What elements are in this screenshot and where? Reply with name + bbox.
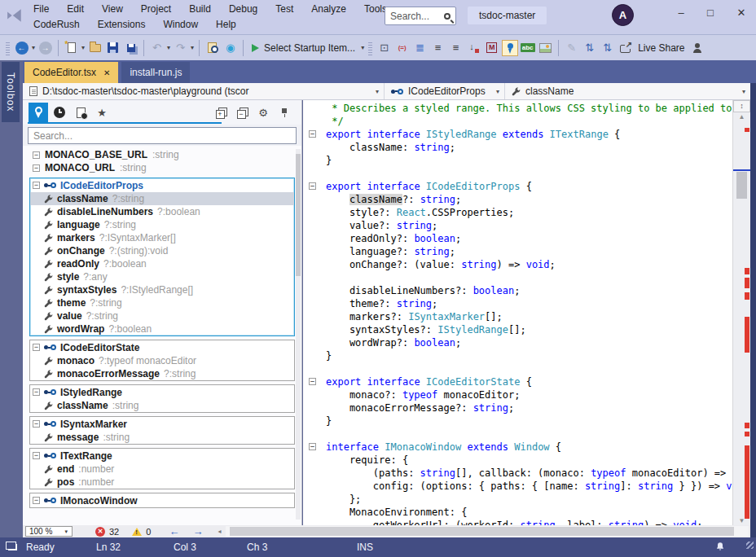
member-row-message[interactable]: message:string <box>30 431 294 444</box>
member-row-className[interactable]: className:string <box>30 399 294 412</box>
collapse-icon[interactable]: − <box>33 182 40 189</box>
find-in-files-icon[interactable] <box>204 38 221 58</box>
warning-count-icon[interactable] <box>132 528 142 536</box>
split-window-handle[interactable]: ↕ <box>733 100 750 112</box>
symbol-tree[interactable]: −MONACO_BASE_URL:string−MONACO_URL:strin… <box>23 146 301 526</box>
collapse-icon[interactable]: − <box>33 151 40 159</box>
member-row-readOnly[interactable]: readOnly?:boolean <box>30 257 294 270</box>
menu-item-coderush[interactable]: CodeRush <box>24 17 89 32</box>
menu-item-build[interactable]: Build <box>180 2 220 16</box>
minimize-button[interactable]: – <box>666 0 696 24</box>
fold-collapse-icon[interactable]: − <box>309 130 316 138</box>
interface-header-ICodeEditorProps[interactable]: −ICodeEditorProps <box>30 178 294 192</box>
redo-caret[interactable]: ▾ <box>191 44 194 51</box>
tab-CodeEditor.tsx[interactable]: CodeEditor.tsx✕ <box>24 62 118 83</box>
member-row-wordWrap[interactable]: wordWrap?:boolean <box>30 322 294 336</box>
new-file-caret[interactable]: ▾ <box>81 44 85 51</box>
editor-vertical-scrollbar[interactable]: ↕ ▲ ▼ <box>732 100 750 526</box>
zoom-level-dropdown[interactable]: 100 % ▾ <box>25 526 73 537</box>
live-share-icon[interactable] <box>617 38 634 58</box>
new-file-icon[interactable] <box>63 38 80 58</box>
collapse-icon[interactable]: − <box>33 420 40 428</box>
horizontal-scrollbar-track[interactable] <box>226 526 749 537</box>
interface-header-IMonacoWindow[interactable]: −IMonacoWindow <box>30 493 294 507</box>
navigate-forward-icon[interactable]: → <box>37 38 54 58</box>
toolbox-tab[interactable]: Toolbox <box>2 62 20 122</box>
interface-header-IStyledRange[interactable]: −IStyledRange <box>30 385 294 399</box>
close-button[interactable]: ✕ <box>727 0 756 24</box>
markdown-icon[interactable]: M <box>483 38 500 58</box>
navigate-back-caret[interactable]: ▾ <box>32 44 35 51</box>
menu-item-extensions[interactable]: Extensions <box>89 17 155 32</box>
startup-caret[interactable]: ▾ <box>361 44 364 51</box>
tab-install-run.js[interactable]: install-run.js <box>121 62 190 83</box>
tree-scrollbar[interactable] <box>296 149 301 520</box>
editor-horizontal-scrollbar[interactable]: ◂ <box>218 526 749 537</box>
menu-item-window[interactable]: Window <box>154 17 207 32</box>
save-all-icon[interactable] <box>122 38 139 58</box>
member-row-end[interactable]: end:number <box>30 463 294 476</box>
code-places-search-input[interactable]: Search... <box>28 127 297 144</box>
fold-collapse-icon[interactable]: − <box>309 182 316 190</box>
member-row-onChange[interactable]: onChange?:(string):void <box>30 244 294 257</box>
global-row-MONACO_URL[interactable]: −MONACO_URL:string <box>23 161 301 174</box>
tree-scrollbar-thumb[interactable] <box>296 154 301 276</box>
spell-checker-icon[interactable]: abc <box>519 38 536 58</box>
import-symbol-icon[interactable] <box>465 38 482 58</box>
collapse-all-icon[interactable] <box>232 103 252 122</box>
global-row-MONACO_BASE_URL[interactable]: −MONACO_BASE_URL:string <box>23 148 301 161</box>
account-options-icon[interactable] <box>689 38 706 58</box>
scroll-up-arrow[interactable]: ▲ <box>733 112 750 122</box>
recent-files-icon[interactable] <box>50 103 69 122</box>
file-history-icon[interactable] <box>71 103 90 122</box>
menu-item-edit[interactable]: Edit <box>58 2 93 16</box>
navigate-next-icon[interactable]: → <box>192 525 203 537</box>
member-row-value[interactable]: value?:string <box>30 309 294 322</box>
collapse-icon[interactable]: − <box>33 497 40 504</box>
expand-all-icon[interactable] <box>211 103 231 122</box>
collapse-icon[interactable]: − <box>33 388 40 396</box>
maximize-button[interactable]: □ <box>696 0 725 24</box>
scroll-left-arrow[interactable]: ◂ <box>218 528 221 535</box>
pin-window-icon[interactable] <box>275 103 294 122</box>
collapse-icon[interactable]: − <box>33 452 40 459</box>
sort-usings-icon[interactable]: ⇅ <box>599 38 616 58</box>
member-row-disableLineNumbers[interactable]: disableLineNumbers?:boolean <box>30 205 294 218</box>
package-icon[interactable]: ⊡ <box>376 38 393 58</box>
menu-item-help[interactable]: Help <box>207 17 245 32</box>
open-folder-icon[interactable] <box>86 38 103 58</box>
tab-close-icon[interactable]: ✕ <box>103 68 110 77</box>
start-debugging-button[interactable]: Select Startup Item... <box>248 42 359 54</box>
status-column-number[interactable]: Col 3 <box>174 542 196 553</box>
member-row-style[interactable]: style?:any <box>30 270 294 283</box>
member-row-syntaxStyles[interactable]: syntaxStyles?:IStyledRange[] <box>30 283 294 296</box>
member-row-theme[interactable]: theme?:string <box>30 296 294 309</box>
quick-launch-search[interactable]: Search... <box>385 7 456 25</box>
menu-item-test[interactable]: Test <box>266 2 302 16</box>
code-places-pin-icon[interactable] <box>29 103 48 122</box>
toolbar-drag-handle[interactable] <box>6 41 10 55</box>
menu-item-file[interactable]: File <box>24 2 58 16</box>
status-character-number[interactable]: Ch 3 <box>247 542 267 553</box>
background-tasks-icon[interactable] <box>8 544 17 550</box>
error-count-icon[interactable]: ✕ <box>95 527 105 537</box>
horizontal-scrollbar-thumb[interactable] <box>230 527 734 536</box>
code-editor[interactable]: * Describes a styled range. This allows … <box>303 100 732 526</box>
member-row-language[interactable]: language?:string <box>30 218 294 231</box>
toolbar-drag-handle-2[interactable] <box>368 41 372 55</box>
fold-collapse-icon[interactable]: − <box>309 443 316 450</box>
interface-header-ICodeEditorState[interactable]: −ICodeEditorState <box>30 340 294 354</box>
menu-item-project[interactable]: Project <box>132 2 180 16</box>
account-avatar[interactable]: A <box>612 4 634 26</box>
warning-count[interactable]: 0 <box>146 527 151 537</box>
breadcrumb-file-dropdown[interactable]: D:\tsdoc-master\tsdoc-master\playground … <box>23 83 385 99</box>
status-line-number[interactable]: Ln 32 <box>96 542 121 553</box>
menu-item-analyze[interactable]: Analyze <box>302 2 355 16</box>
navigate-back-icon[interactable]: ← <box>13 38 30 58</box>
resize-grip[interactable] <box>746 542 754 549</box>
breadcrumb-type-dropdown[interactable]: ICodeEditorProps ▾ <box>385 83 505 99</box>
save-icon[interactable] <box>104 38 121 58</box>
settings-gear-icon[interactable]: ⚙ <box>253 103 273 122</box>
menu-item-debug[interactable]: Debug <box>220 2 266 16</box>
format-document-icon[interactable]: ✎ <box>563 38 580 58</box>
